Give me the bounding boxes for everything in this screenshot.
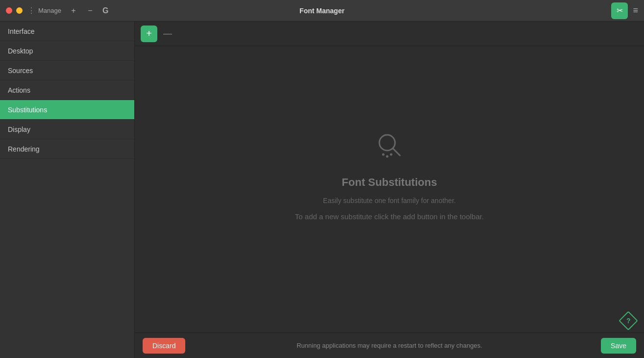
sidebar-item-rendering[interactable]: Rendering	[0, 139, 134, 159]
close-button[interactable]	[6, 7, 12, 14]
svg-line-1	[393, 149, 400, 155]
content-add-button[interactable]: +	[141, 26, 157, 42]
scissors-icon: ✂	[617, 6, 623, 15]
manage-label: Manage	[38, 7, 61, 14]
sidebar-item-interface[interactable]: Interface	[0, 22, 134, 41]
empty-state-subtitle: Easily substitute one font family for an…	[323, 197, 456, 205]
remove-button[interactable]: −	[84, 4, 97, 17]
plus-icon: +	[146, 28, 152, 39]
help-diamond-icon: ?	[619, 311, 638, 331]
empty-state: Font Substitutions Easily substitute one…	[135, 46, 644, 332]
add-button[interactable]: +	[67, 4, 80, 17]
manage-section: ⋮ Manage	[27, 6, 61, 15]
traffic-lights	[6, 7, 23, 14]
svg-point-2	[382, 153, 384, 155]
svg-point-4	[390, 153, 392, 155]
bottom-message: Running applications may require a resta…	[297, 342, 482, 349]
titlebar: ⋮ Manage + − G Font Manager ✂ ≡	[0, 0, 644, 22]
content-toolbar: + —	[135, 22, 644, 46]
svg-point-3	[386, 155, 388, 157]
substitution-icon	[372, 129, 407, 163]
save-button[interactable]: Save	[601, 338, 636, 354]
main-layout: Interface Desktop Sources Actions Substi…	[0, 22, 644, 358]
bottom-bar: Discard Running applications may require…	[135, 332, 644, 358]
content-remove-label: —	[163, 28, 172, 39]
scissors-button[interactable]: ✂	[611, 2, 628, 19]
discard-button[interactable]: Discard	[143, 338, 185, 354]
sidebar: Interface Desktop Sources Actions Substi…	[0, 22, 135, 358]
window-title: Font Manager	[299, 7, 345, 15]
content-area: + — Font Substitutions Easily substitute…	[135, 22, 644, 358]
sidebar-item-desktop[interactable]: Desktop	[0, 41, 134, 61]
help-button[interactable]: ?	[620, 313, 636, 329]
manage-dots-icon: ⋮	[27, 6, 35, 15]
sidebar-item-display[interactable]: Display	[0, 120, 134, 139]
g-label: G	[102, 6, 108, 15]
sidebar-item-actions[interactable]: Actions	[0, 80, 134, 100]
titlebar-actions: + − G	[67, 4, 108, 17]
question-mark-icon: ?	[626, 317, 631, 325]
empty-state-title: Font Substitutions	[342, 176, 437, 189]
menu-button[interactable]: ≡	[633, 5, 638, 16]
hamburger-icon: ≡	[633, 5, 638, 15]
sidebar-item-substitutions[interactable]: Substitutions	[0, 100, 134, 120]
sidebar-item-sources[interactable]: Sources	[0, 61, 134, 80]
titlebar-right: ✂ ≡	[611, 2, 638, 19]
minimize-button[interactable]	[16, 7, 23, 14]
empty-state-hint: To add a new substitute click the add bu…	[295, 212, 484, 221]
